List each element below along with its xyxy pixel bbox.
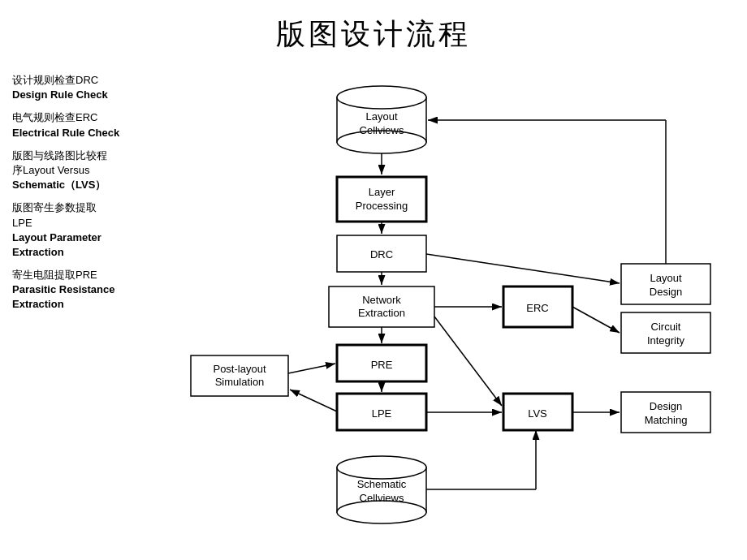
circuit-integrity-node: Circuit Integrity: [621, 312, 710, 353]
svg-text:Layout: Layout: [650, 272, 681, 284]
legend-drc: 设计规则检查DRC Design Rule Check: [12, 73, 191, 102]
svg-point-20: [337, 456, 426, 479]
svg-text:Extraction: Extraction: [358, 307, 405, 319]
legend-erc: 电气规则检查ERC Electrical Rule Check: [12, 110, 191, 140]
legend-lvs: 版图与线路图比较程 序Layout Versus Schematic（LVS）: [12, 149, 191, 193]
svg-text:Layout: Layout: [365, 110, 397, 123]
svg-text:Cellviews: Cellviews: [360, 124, 404, 136]
svg-text:PRE: PRE: [371, 359, 393, 371]
lpe-node: LPE: [337, 394, 426, 430]
legend-lpe: 版图寄生参数提取 LPE Layout Parameter Extraction: [12, 200, 191, 260]
post-layout-node: Post-layout Simulation: [191, 355, 288, 396]
svg-line-47: [572, 307, 620, 333]
layout-design-node: Layout Design: [621, 264, 710, 304]
page-title: 版图设计流程: [0, 0, 747, 62]
svg-line-54: [290, 390, 337, 411]
layout-cellviews-node: Layout Cellviews: [337, 86, 426, 153]
svg-text:Integrity: Integrity: [647, 334, 685, 347]
svg-text:Post-layout: Post-layout: [213, 363, 266, 375]
svg-text:LPE: LPE: [372, 407, 392, 420]
legend-pre: 寄生电阻提取PRE Parasitic Resistance Extractio…: [12, 268, 191, 312]
svg-text:Design: Design: [650, 400, 682, 412]
drc-node: DRC: [337, 235, 426, 272]
diagram: Layout Cellviews Layer Processing DRC Ne…: [179, 57, 739, 552]
erc-node: ERC: [503, 286, 572, 327]
svg-point-3: [337, 86, 426, 109]
pre-node: PRE: [337, 345, 426, 381]
left-legend: 设计规则检查DRC Design Rule Check 电气规则检查ERC El…: [12, 73, 191, 321]
svg-text:Simulation: Simulation: [215, 376, 265, 388]
svg-text:Layer: Layer: [369, 186, 395, 198]
schematic-cellviews-node: Schematic Cellviews: [337, 456, 426, 523]
network-extraction-node: Network Extraction: [329, 286, 434, 327]
svg-text:Network: Network: [362, 294, 401, 306]
svg-text:Cellviews: Cellviews: [360, 492, 404, 504]
svg-text:Matching: Matching: [645, 414, 688, 426]
design-matching-node: Design Matching: [621, 392, 710, 433]
svg-text:Circuit: Circuit: [651, 321, 681, 333]
layer-processing-node: Layer Processing: [337, 177, 426, 222]
lvs-node: LVS: [503, 394, 572, 430]
svg-text:Processing: Processing: [356, 200, 408, 212]
svg-text:ERC: ERC: [526, 302, 548, 314]
svg-line-45: [426, 254, 620, 283]
svg-text:DRC: DRC: [370, 248, 393, 261]
svg-text:Schematic: Schematic: [357, 478, 407, 490]
svg-line-53: [288, 364, 335, 373]
svg-text:Design: Design: [650, 286, 682, 298]
svg-text:LVS: LVS: [528, 407, 547, 420]
svg-line-49: [434, 317, 502, 406]
